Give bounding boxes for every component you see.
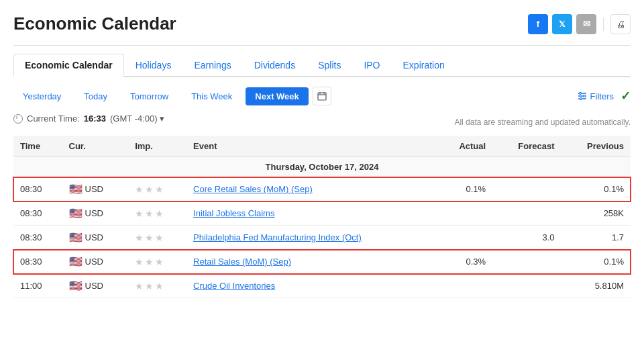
- cell-importance: ★★★: [128, 177, 186, 201]
- stream-note: All data are streaming and updated autom…: [454, 118, 631, 127]
- economic-calendar-table: Time Cur. Imp. Event Actual Forecast Pre…: [13, 136, 631, 298]
- star-icon: ★: [145, 257, 154, 267]
- cell-event[interactable]: Initial Jobless Claims: [186, 201, 437, 226]
- flag-icon: 🇺🇸: [69, 207, 83, 220]
- cell-previous: 258K: [561, 201, 631, 226]
- tab-splits[interactable]: Splits: [307, 54, 352, 76]
- cell-currency: 🇺🇸 USD: [62, 226, 129, 250]
- svg-rect-0: [318, 93, 326, 100]
- cell-importance: ★★★: [128, 250, 186, 274]
- col-importance: Imp.: [128, 136, 186, 157]
- star-icon: ★: [145, 232, 154, 243]
- cell-importance: ★★★: [128, 201, 186, 226]
- tab-earnings[interactable]: Earnings: [182, 54, 242, 76]
- svg-point-8: [583, 95, 585, 97]
- table-row: 08:30 🇺🇸 USD ★★★Retail Sales (MoM) (Sep)…: [13, 250, 631, 274]
- currency-label: USD: [85, 232, 103, 242]
- time-nav-bar: Yesterday Today Tomorrow This Week Next …: [13, 87, 631, 105]
- cell-forecast: 3.0: [492, 226, 561, 250]
- cell-importance: ★★★: [128, 274, 186, 298]
- cell-actual: 0.1%: [437, 177, 492, 201]
- email-icon[interactable]: ✉: [576, 14, 596, 34]
- flag-icon: 🇺🇸: [69, 279, 83, 292]
- cell-previous: 0.1%: [561, 177, 631, 201]
- cell-time: 11:00: [13, 274, 62, 298]
- currency-label: USD: [85, 208, 103, 218]
- event-link[interactable]: Philadelphia Fed Manufacturing Index (Oc…: [193, 232, 362, 242]
- cell-event[interactable]: Philadelphia Fed Manufacturing Index (Oc…: [186, 226, 437, 250]
- tab-dividends[interactable]: Dividends: [243, 54, 307, 76]
- col-actual: Actual: [437, 136, 492, 157]
- twitter-icon[interactable]: 𝕏: [552, 14, 572, 34]
- flag-icon: 🇺🇸: [69, 255, 83, 268]
- col-currency: Cur.: [62, 136, 129, 157]
- event-link[interactable]: Retail Sales (MoM) (Sep): [193, 257, 291, 267]
- cell-event[interactable]: Crude Oil Inventories: [186, 274, 437, 298]
- tab-expiration[interactable]: Expiration: [392, 54, 456, 76]
- star-icon: ★: [135, 232, 144, 243]
- date-label: Thursday, October 17, 2024: [13, 157, 631, 177]
- calendar-icon[interactable]: [313, 87, 331, 105]
- event-link[interactable]: Core Retail Sales (MoM) (Sep): [193, 184, 313, 194]
- cell-previous: 5.810M: [561, 274, 631, 298]
- cell-importance: ★★★: [128, 226, 186, 250]
- cell-forecast: [492, 274, 561, 298]
- event-link[interactable]: Crude Oil Inventories: [193, 281, 275, 291]
- currency-label: USD: [85, 257, 103, 267]
- star-icon: ★: [155, 257, 164, 267]
- col-time: Time: [13, 136, 62, 157]
- date-group-header: Thursday, October 17, 2024: [13, 157, 631, 177]
- star-icon: ★: [155, 281, 164, 291]
- main-divider: [13, 45, 631, 46]
- tomorrow-button[interactable]: Tomorrow: [121, 87, 178, 105]
- current-time-label: Current Time:: [27, 114, 80, 124]
- cell-currency: 🇺🇸 USD: [62, 201, 129, 226]
- currency-label: USD: [85, 281, 103, 291]
- star-icon: ★: [135, 281, 144, 291]
- this-week-button[interactable]: This Week: [182, 87, 241, 105]
- flag-icon: 🇺🇸: [69, 183, 83, 195]
- cell-actual: [437, 226, 492, 250]
- facebook-icon[interactable]: f: [528, 14, 548, 34]
- cell-forecast: [492, 250, 561, 274]
- print-icon[interactable]: 🖨: [610, 14, 631, 34]
- cell-currency: 🇺🇸 USD: [62, 177, 129, 201]
- cell-forecast: [492, 177, 561, 201]
- tab-holidays[interactable]: Holidays: [124, 54, 183, 76]
- yesterday-button[interactable]: Yesterday: [13, 87, 70, 105]
- svg-point-7: [579, 93, 581, 95]
- table-row: 08:30 🇺🇸 USD ★★★Core Retail Sales (MoM) …: [13, 177, 631, 201]
- star-icon: ★: [145, 208, 154, 219]
- col-forecast: Forecast: [492, 136, 561, 157]
- cell-event[interactable]: Core Retail Sales (MoM) (Sep): [186, 177, 437, 201]
- cell-time: 08:30: [13, 201, 62, 226]
- current-time: Current Time: 16:33 (GMT -4:00) ▾: [13, 114, 164, 124]
- star-icon: ★: [155, 208, 164, 219]
- cell-forecast: [492, 201, 561, 226]
- next-week-button[interactable]: Next Week: [246, 87, 309, 105]
- cell-actual: [437, 201, 492, 226]
- today-button[interactable]: Today: [74, 87, 117, 105]
- event-link[interactable]: Initial Jobless Claims: [193, 208, 274, 218]
- cell-time: 08:30: [13, 226, 62, 250]
- cell-actual: 0.3%: [437, 250, 492, 274]
- star-icon: ★: [135, 208, 144, 219]
- cell-event[interactable]: Retail Sales (MoM) (Sep): [186, 250, 437, 274]
- current-time-value: 16:33: [84, 114, 106, 124]
- star-icon: ★: [135, 184, 144, 195]
- cell-currency: 🇺🇸 USD: [62, 274, 129, 298]
- table-row: 08:30 🇺🇸 USD ★★★Initial Jobless Claims25…: [13, 201, 631, 226]
- cell-previous: 0.1%: [561, 250, 631, 274]
- tab-ipo[interactable]: IPO: [352, 54, 391, 76]
- svg-point-9: [580, 98, 582, 100]
- table-row: 08:30 🇺🇸 USD ★★★Philadelphia Fed Manufac…: [13, 226, 631, 250]
- current-time-tz[interactable]: (GMT -4:00) ▾: [110, 114, 164, 124]
- divider: [603, 17, 604, 31]
- tab-economic-calendar[interactable]: Economic Calendar: [13, 54, 124, 77]
- filters-button[interactable]: Filters: [578, 91, 614, 101]
- table-row: 11:00 🇺🇸 USD ★★★Crude Oil Inventories5.8…: [13, 274, 631, 298]
- star-icon: ★: [135, 257, 144, 267]
- check-icon: ✓: [621, 89, 631, 103]
- currency-label: USD: [85, 184, 103, 194]
- star-icon: ★: [155, 184, 164, 195]
